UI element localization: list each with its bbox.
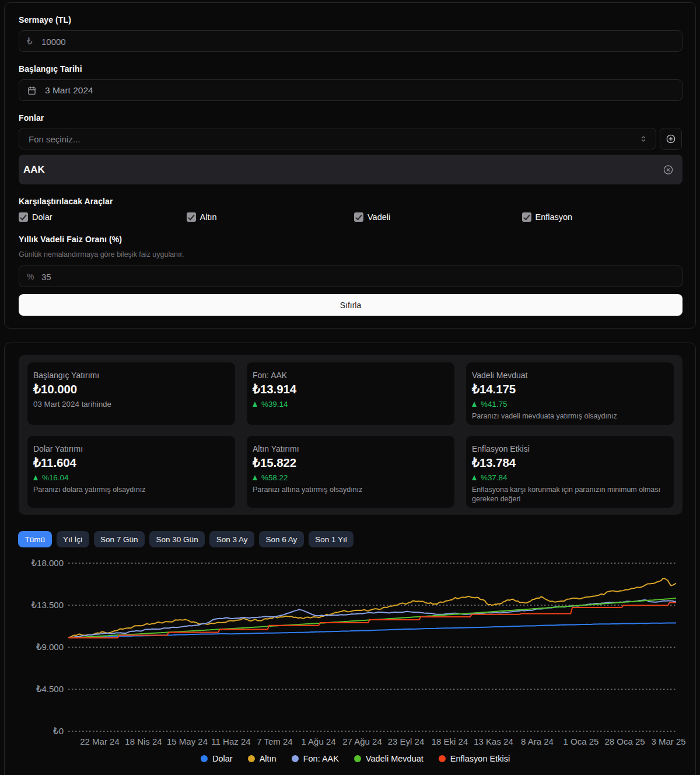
svg-text:13 Kas 24: 13 Kas 24 xyxy=(474,736,513,746)
svg-text:27 Ağu 24: 27 Ağu 24 xyxy=(342,736,382,746)
svg-text:1 Ağu 24: 1 Ağu 24 xyxy=(301,736,335,746)
svg-text:18 Nis 24: 18 Nis 24 xyxy=(125,736,162,746)
svg-text:1 Oca 25: 1 Oca 25 xyxy=(564,736,599,746)
svg-text:8 Ara 24: 8 Ara 24 xyxy=(521,736,554,746)
svg-text:₺18.000: ₺18.000 xyxy=(32,558,64,568)
svg-text:22 Mar 24: 22 Mar 24 xyxy=(80,736,120,746)
svg-text:28 Oca 25: 28 Oca 25 xyxy=(604,736,645,746)
svg-text:18 Eki 24: 18 Eki 24 xyxy=(432,736,468,746)
svg-text:7 Tem 24: 7 Tem 24 xyxy=(257,736,292,746)
svg-text:₺9.000: ₺9.000 xyxy=(36,642,64,652)
svg-text:23 Eyl 24: 23 Eyl 24 xyxy=(388,736,425,746)
svg-text:15 May 24: 15 May 24 xyxy=(167,736,208,746)
svg-text:₺13.500: ₺13.500 xyxy=(32,600,64,610)
svg-text:₺4.500: ₺4.500 xyxy=(36,684,64,694)
svg-text:11 Haz 24: 11 Haz 24 xyxy=(211,736,250,746)
svg-text:₺0: ₺0 xyxy=(53,726,64,736)
svg-text:3 Mar 25: 3 Mar 25 xyxy=(651,736,685,746)
